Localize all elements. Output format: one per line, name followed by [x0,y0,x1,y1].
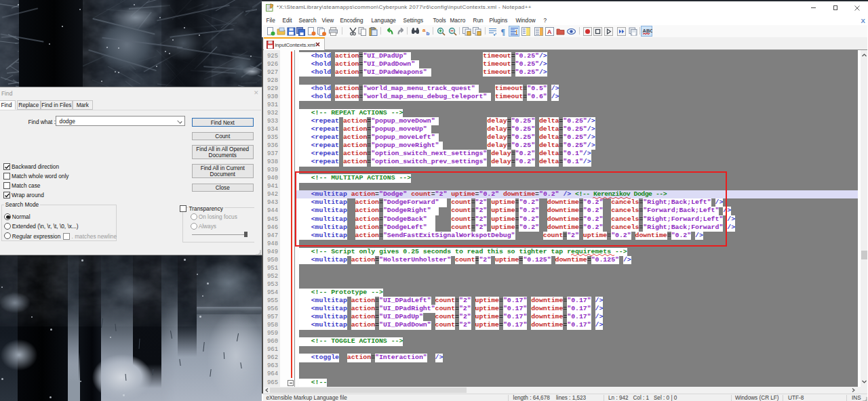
svg-text:b: b [427,30,430,36]
svg-text:¶: ¶ [501,27,505,36]
svg-text:a: a [422,27,426,33]
svg-text:A: A [547,28,552,35]
